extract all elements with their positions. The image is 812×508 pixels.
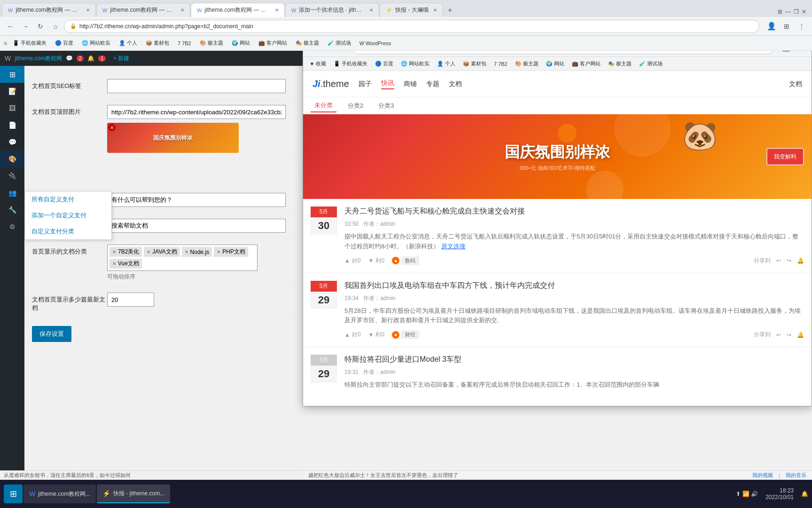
sidebar-media[interactable]: 🖼 — [0, 100, 24, 117]
wp-new-link[interactable]: + 新建 — [113, 55, 129, 63]
bookmark-baidu[interactable]: 🔵 百度 — [52, 39, 76, 48]
nav-garden[interactable]: 园子 — [359, 80, 372, 88]
tab-2[interactable]: W jitheme.com教程网 — WordPress ✕ — [96, 3, 190, 17]
bookmark-materials[interactable]: 📦 素材包 — [143, 39, 172, 48]
sidebar-dashboard[interactable]: ⊞ — [0, 66, 24, 83]
my-video-btn[interactable]: 我的视频 — [752, 472, 773, 479]
cat-3[interactable]: 分类3 — [375, 100, 398, 112]
news-title-1[interactable]: 我国首列出口埃及电动车组在中车四方下线，预计年内完成交付 — [344, 281, 804, 291]
search-title-input[interactable] — [107, 193, 286, 207]
tag-x-nodejs[interactable]: ✕ — [185, 249, 188, 254]
wp-site-name[interactable]: jitheme.com教程网 — [15, 55, 62, 63]
bookmark-personal[interactable]: 👤 个人 — [116, 39, 140, 48]
sidebar-plugins[interactable]: 🔌 — [0, 167, 24, 184]
sidebar-users[interactable]: 👥 — [0, 184, 24, 201]
bookmark-7b2[interactable]: 7 7B2 — [175, 40, 194, 47]
dropdown-add-payment[interactable]: 添加一个自定义支付 — [25, 207, 111, 223]
tab-4[interactable]: W 添加一个供求信息 · jitheme.com教程网 ✕ — [285, 3, 379, 17]
nav-news[interactable]: 快讯 — [381, 79, 394, 89]
bookmark-mobile[interactable]: 📱 手机收藏夹 — [10, 39, 49, 48]
bookmark-wp[interactable]: W WordPress — [357, 40, 394, 47]
taskbar-item-jitheme[interactable]: ⚡ 快报 - jitheme.com... — [97, 484, 170, 503]
taskbar-start[interactable]: ⊞ — [4, 484, 23, 503]
downvote-1[interactable]: ▼ 利0 — [368, 331, 385, 339]
settings-button[interactable]: ⋮ — [795, 20, 808, 33]
right-bookmark-baidu[interactable]: 🔵 百度 — [372, 59, 396, 68]
seo-input[interactable] — [107, 79, 286, 93]
right-bookmark-mobile[interactable]: 📱 手机收藏夹 — [331, 59, 370, 68]
bookmarks-toggle[interactable]: ≡ — [4, 40, 7, 47]
profile-button[interactable]: 👤 — [765, 20, 778, 33]
save-button[interactable]: 保存设置 — [32, 326, 71, 342]
sidebar-settings[interactable]: ⚙ — [0, 218, 24, 235]
tag-action-0[interactable]: ● 数码 — [392, 256, 419, 265]
delete-img-button[interactable]: ✕ — [108, 124, 116, 131]
tab-5-close[interactable]: ✕ — [433, 8, 437, 13]
cat-2[interactable]: 分类2 — [344, 100, 367, 112]
tab-4-close[interactable]: ✕ — [369, 8, 373, 13]
right-bookmark-materials[interactable]: 📦 素材包 — [460, 59, 489, 68]
right-bookmark-theme[interactable]: 🎨 极主题 — [512, 59, 541, 68]
sidebar-pages[interactable]: 📄 — [0, 117, 24, 134]
news-link-0[interactable]: 原文连接 — [441, 243, 466, 250]
tag-x-vue[interactable]: ✕ — [112, 261, 116, 266]
forward-button[interactable]: → — [19, 20, 32, 33]
news-title-0[interactable]: 天舟二号货运飞船与天和核心舱完成自主快速交会对接 — [344, 206, 804, 216]
share-icon-2[interactable]: ↪ — [787, 257, 791, 264]
header-img-input[interactable] — [107, 105, 286, 119]
dropdown-all-payments[interactable]: 所有自定义支付 — [25, 191, 111, 207]
upvote-1[interactable]: ▲ 好0 — [344, 331, 361, 339]
categories-tags[interactable]: ✕ 7B2美化 ✕ JAVA文档 ✕ Node.js ✕ — [107, 245, 258, 271]
nav-special[interactable]: 专题 — [426, 80, 439, 88]
sidebar-posts[interactable]: 📝 — [0, 83, 24, 100]
right-bookmark-star[interactable]: ★ 收藏 — [307, 59, 329, 68]
close-btn[interactable]: ✕ — [802, 8, 806, 15]
downvote-0[interactable]: ▼ 利0 — [368, 257, 385, 265]
latest-count-input[interactable] — [107, 293, 154, 307]
taskbar-item-wp[interactable]: W jitheme.com教程网... — [23, 484, 96, 503]
bell-icon-0[interactable]: 🔔 — [797, 257, 804, 264]
news-title-2[interactable]: 特斯拉将召回少量进口Model 3车型 — [344, 355, 804, 365]
bookmark-theme2[interactable]: 🎭 极主题 — [293, 39, 322, 48]
search-placeholder-input[interactable] — [107, 219, 286, 233]
bookmark-site[interactable]: 🌍 网站 — [229, 39, 253, 48]
minimize-btn[interactable]: — — [785, 8, 791, 15]
tab-5[interactable]: ⚡ 快报 - 大斓哦 ✕ — [380, 3, 443, 17]
tab-3-close[interactable]: ✕ — [275, 8, 279, 13]
address-bar[interactable]: 🔒 http://7b2.ritheme.cn/wp-admin/admin.p… — [64, 20, 759, 33]
nav-shop[interactable]: 商铺 — [404, 80, 417, 88]
taskbar-notification-area[interactable]: 🔔 — [801, 491, 808, 497]
reload-button[interactable]: ↻ — [34, 20, 47, 33]
sidebar-comments[interactable]: 💬 — [0, 134, 24, 151]
share-icon-4[interactable]: ↪ — [787, 332, 791, 338]
right-bookmark-theme2[interactable]: 🎭 极主题 — [605, 59, 634, 68]
right-bookmark-7b2[interactable]: 7 7B2 — [491, 60, 510, 68]
banner-button[interactable]: 我变解料 — [766, 148, 804, 166]
share-icon-1[interactable]: ↩ — [776, 257, 781, 264]
right-bookmark-client[interactable]: 💼 客户网站 — [569, 59, 603, 68]
taskbar-icons[interactable]: ⬆ 📶 🔊 — [736, 491, 758, 497]
tab-1[interactable]: W jitheme.com教程网 — WordPress ✕ — [2, 3, 96, 17]
tab-2-close[interactable]: ✕ — [180, 8, 184, 13]
home-button[interactable]: ⌂ — [49, 20, 62, 33]
share-icon-3[interactable]: ↩ — [776, 332, 781, 338]
bookmark-website[interactable]: 🌐 网站欧实 — [79, 39, 113, 48]
tab-3[interactable]: W jitheme.com教程网 — WordPress ✕ — [191, 3, 285, 17]
tag-x-php[interactable]: ✕ — [217, 249, 220, 254]
bookmark-theme1[interactable]: 🎨 极主题 — [197, 39, 226, 48]
upvote-0[interactable]: ▲ 好0 — [344, 257, 361, 265]
my-music-btn[interactable]: 我的音乐 — [786, 472, 806, 479]
restore-btn[interactable]: ❐ — [794, 8, 799, 15]
back-button[interactable]: ← — [4, 20, 17, 33]
tag-action-1[interactable]: ● 财经 — [392, 330, 419, 339]
sidebar-themes[interactable]: 🎨 — [0, 151, 24, 167]
tab-controls[interactable]: ⊞ — [778, 8, 782, 15]
right-bookmark-site[interactable]: 🌍 网站 — [543, 59, 567, 68]
sidebar-tools[interactable]: 🔧 — [0, 201, 24, 218]
bookmark-test[interactable]: 🧪 测试场 — [325, 39, 354, 48]
bell-icon-1[interactable]: 🔔 — [797, 332, 804, 338]
right-bookmark-test[interactable]: 🧪 测试场 — [636, 59, 665, 68]
dropdown-payment-categories[interactable]: 自定义支付分类 — [25, 223, 111, 239]
new-tab-button[interactable]: + — [444, 4, 457, 17]
right-bookmark-web[interactable]: 🌐 网站欧实 — [398, 59, 432, 68]
